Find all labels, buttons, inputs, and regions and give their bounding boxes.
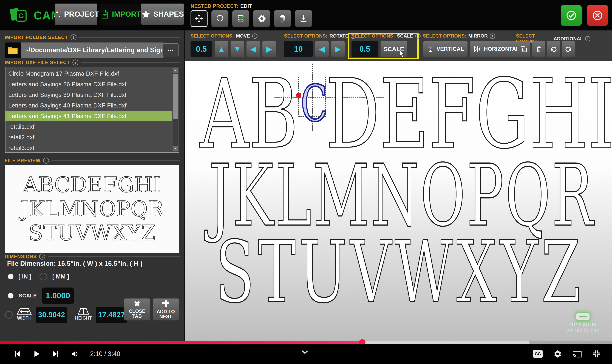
file-item[interactable]: retail1.dxf xyxy=(5,121,172,132)
rotate-cw-button[interactable] xyxy=(331,41,345,57)
close-tab-button[interactable]: ✖ CLOSE TAB xyxy=(124,299,150,320)
cast-button[interactable] xyxy=(572,350,582,358)
mirror-horizontal-button[interactable]: HORIZONTAL xyxy=(470,41,523,57)
info-icon[interactable] xyxy=(415,33,421,39)
player-settings-button[interactable] xyxy=(553,350,562,358)
volume-button[interactable] xyxy=(71,350,79,358)
folder-more-button[interactable]: ••• xyxy=(163,43,179,57)
scale-radio[interactable] xyxy=(8,293,13,299)
cast-icon xyxy=(572,350,582,358)
size-radio[interactable] xyxy=(5,311,13,319)
move-tool-button[interactable] xyxy=(191,10,208,27)
file-item[interactable]: Letters and Sayings 39 Plasma DXF File.d… xyxy=(5,90,172,100)
unit-mm-label: [ MM ] xyxy=(52,273,69,280)
shapes-button[interactable]: SHAPES xyxy=(141,3,184,25)
rotate-ccw-button[interactable] xyxy=(315,41,329,57)
additional-name: ADDITIONAL xyxy=(554,36,583,42)
letter-shape[interactable]: Z xyxy=(541,230,581,315)
file-item[interactable]: retail3.dxf xyxy=(5,143,172,153)
previous-button[interactable] xyxy=(13,350,21,358)
delete-tool-button[interactable] xyxy=(274,10,291,27)
selection-origin-dot[interactable] xyxy=(296,92,301,98)
scale-apply-button[interactable]: SCALE xyxy=(380,41,407,57)
scrollbar-thumb[interactable] xyxy=(173,74,178,119)
play-button[interactable] xyxy=(32,350,40,358)
delete-selection-button[interactable] xyxy=(532,41,545,57)
width-input[interactable]: 30.9042 xyxy=(36,307,67,323)
file-item[interactable]: Letters and Sayings 26 Plasma DXF File.d… xyxy=(5,79,172,90)
cancel-button[interactable] xyxy=(587,5,608,26)
mirror-vertical-label: VERTICAL xyxy=(437,46,464,52)
scale-input[interactable]: 1.0000 xyxy=(42,287,74,304)
close-tab-label: CLOSE TAB xyxy=(124,309,150,319)
file-item-selected[interactable]: Letters and Sayings 41 Plasma DXF File.d… xyxy=(5,111,172,121)
undo-button[interactable] xyxy=(547,41,560,57)
scale-factor-input[interactable]: 0.5 xyxy=(352,41,378,57)
download-tool-button[interactable] xyxy=(295,10,312,27)
info-icon[interactable] xyxy=(70,34,77,40)
exit-fullscreen-button[interactable] xyxy=(592,350,601,358)
letter-shape[interactable]: T xyxy=(258,230,296,315)
letter-shape[interactable]: V xyxy=(351,230,391,315)
selection-box[interactable]: C xyxy=(298,77,326,117)
dial-icon xyxy=(215,14,224,23)
move-up-button[interactable] xyxy=(215,41,228,57)
rotate-angle-input[interactable]: 10 xyxy=(284,41,313,57)
copy-icon xyxy=(520,45,528,53)
info-icon[interactable] xyxy=(43,157,49,164)
settings-tool-button[interactable] xyxy=(253,10,270,27)
move-icon xyxy=(195,14,204,23)
captions-button[interactable]: CC xyxy=(533,350,543,358)
folder-path-field[interactable]: ~/Documents/DXF Library/Lettering and Si… xyxy=(21,42,163,58)
unit-in-radio[interactable] xyxy=(8,274,13,279)
scroll-up-icon[interactable]: ▲ xyxy=(173,68,178,73)
video-progress-bar[interactable] xyxy=(0,341,612,344)
next-button[interactable] xyxy=(52,350,60,358)
duplicate-button[interactable] xyxy=(517,41,530,57)
height-input[interactable]: 17.4827 xyxy=(96,307,127,323)
watermark-name: OPTIMUM xyxy=(569,322,597,328)
info-icon[interactable] xyxy=(72,60,78,65)
project-button[interactable]: PROJECT xyxy=(55,3,97,25)
confirm-button[interactable] xyxy=(561,5,582,26)
import-button[interactable]: DXF IMPORT xyxy=(100,3,142,25)
selected-letter[interactable]: C xyxy=(301,78,328,129)
nested-project-header: NESTED PROJECT: EDIT xyxy=(191,3,368,9)
scroll-down-icon[interactable]: ▼ xyxy=(173,146,178,151)
expand-controls-button[interactable] xyxy=(301,350,309,354)
height-icon xyxy=(76,308,91,315)
info-icon[interactable] xyxy=(252,33,258,39)
letter-shape[interactable]: S xyxy=(216,230,254,315)
file-list-scrollbar[interactable]: ▲ ▼ xyxy=(173,68,178,151)
select-options-prefix: SELECT OPTIONS: xyxy=(352,33,395,39)
letters-row-3: S T U V W X Y Z xyxy=(216,230,581,286)
triangle-left-icon xyxy=(250,45,256,53)
info-icon[interactable] xyxy=(490,33,495,39)
unit-mm-radio[interactable] xyxy=(39,273,47,280)
move-controls: 0.5 xyxy=(191,41,276,57)
file-item[interactable]: Letters and Sayings 40 Plasma DXF File.d… xyxy=(5,100,172,111)
redo-button[interactable] xyxy=(562,41,575,57)
folder-icon xyxy=(8,46,18,54)
mirror-vertical-button[interactable]: VERTICAL xyxy=(423,41,468,57)
scale-controls: 0.5 SCALE xyxy=(352,41,407,57)
file-item[interactable]: Circle Monogram 17 Plasma DXF File.dxf xyxy=(5,68,172,79)
letter-shape[interactable]: Y xyxy=(500,230,538,315)
info-icon[interactable] xyxy=(585,36,590,41)
folder-browse-button[interactable] xyxy=(5,42,21,58)
file-item[interactable]: retail2.dxf xyxy=(5,132,172,143)
dial-tool-button[interactable] xyxy=(211,10,228,27)
letters-row-1: A B C D E F G H I xyxy=(200,66,583,134)
move-right-button[interactable] xyxy=(262,41,276,57)
info-icon[interactable] xyxy=(39,254,45,260)
letter-shape[interactable]: W xyxy=(395,230,453,315)
nest-tool-button[interactable] xyxy=(232,10,249,27)
letter-shape[interactable]: U xyxy=(299,230,347,315)
move-down-button[interactable] xyxy=(231,41,244,57)
move-left-button[interactable] xyxy=(247,41,260,57)
move-step-input[interactable]: 0.5 xyxy=(191,41,212,57)
letter-shape[interactable]: X xyxy=(456,230,497,315)
rotate-name: ROTATE xyxy=(330,33,349,39)
nest-canvas[interactable]: A B C D E F G H I J K L M N O P Q R xyxy=(185,61,612,341)
add-to-nest-button[interactable]: ✚ ADD TO NEST xyxy=(153,299,179,320)
